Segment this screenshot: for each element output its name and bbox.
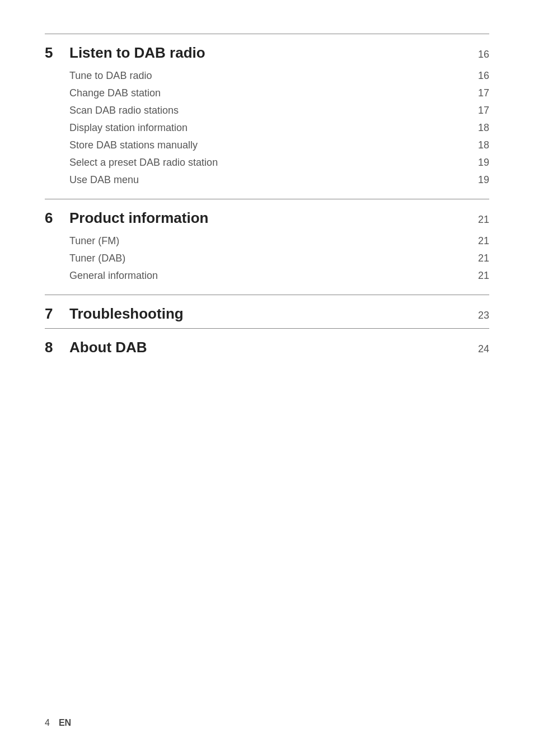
section-title-8: About DAB xyxy=(69,339,472,356)
list-item: Tuner (FM) 21 xyxy=(69,232,489,250)
footer-language: EN xyxy=(59,718,71,728)
toc-section-8: 8 About DAB 24 xyxy=(45,328,489,356)
section-divider-7 xyxy=(45,295,489,295)
section-header-7: 7 Troubleshooting 23 xyxy=(45,305,489,323)
page: 5 Listen to DAB radio 16 Tune to DAB rad… xyxy=(0,0,534,756)
entry-label: Store DAB stations manually xyxy=(69,139,198,151)
section-page-7: 23 xyxy=(472,310,489,321)
toc-entries-6: Tuner (FM) 21 Tuner (DAB) 21 General inf… xyxy=(69,232,489,284)
section-divider-6 xyxy=(45,199,489,199)
section-header-inner-6: 6 Product information xyxy=(45,209,472,227)
toc-entries-5: Tune to DAB radio 16 Change DAB station … xyxy=(69,67,489,189)
entry-page: 21 xyxy=(472,253,489,264)
entry-label: Display station information xyxy=(69,122,188,134)
list-item: Display station information 18 xyxy=(69,119,489,137)
footer: 4 EN xyxy=(45,718,71,728)
section-number-8: 8 xyxy=(45,339,62,356)
toc-section-7: 7 Troubleshooting 23 xyxy=(45,295,489,323)
section-title-6: Product information xyxy=(69,209,472,227)
entry-page: 19 xyxy=(472,157,489,169)
entry-label: Tune to DAB radio xyxy=(69,70,152,82)
list-item: Use DAB menu 19 xyxy=(69,171,489,189)
section-number-5: 5 xyxy=(45,44,62,62)
section-header-inner-7: 7 Troubleshooting xyxy=(45,305,472,323)
entry-page: 21 xyxy=(472,270,489,282)
entry-label: Select a preset DAB radio station xyxy=(69,157,218,169)
entry-page: 17 xyxy=(472,105,489,116)
toc-section-5: 5 Listen to DAB radio 16 Tune to DAB rad… xyxy=(45,34,489,189)
list-item: Tuner (DAB) 21 xyxy=(69,250,489,267)
entry-label: Change DAB station xyxy=(69,87,161,99)
entry-label: Scan DAB radio stations xyxy=(69,105,179,116)
entry-label: Tuner (FM) xyxy=(69,235,119,247)
section-header-5: 5 Listen to DAB radio 16 xyxy=(45,44,489,62)
entry-page: 18 xyxy=(472,139,489,151)
entry-page: 17 xyxy=(472,87,489,99)
list-item: Tune to DAB radio 16 xyxy=(69,67,489,85)
entry-label: General information xyxy=(69,270,158,282)
entry-page: 16 xyxy=(472,70,489,82)
section-title-5: Listen to DAB radio xyxy=(69,44,472,62)
section-number-7: 7 xyxy=(45,305,62,323)
section-number-6: 6 xyxy=(45,209,62,227)
section-page-6: 21 xyxy=(472,214,489,226)
list-item: Select a preset DAB radio station 19 xyxy=(69,154,489,171)
list-item: General information 21 xyxy=(69,267,489,284)
section-title-7: Troubleshooting xyxy=(69,305,472,323)
entry-label: Use DAB menu xyxy=(69,174,139,186)
list-item: Scan DAB radio stations 17 xyxy=(69,102,489,119)
section-divider-8 xyxy=(45,328,489,329)
entry-page: 19 xyxy=(472,174,489,186)
list-item: Change DAB station 17 xyxy=(69,85,489,102)
entry-page: 21 xyxy=(472,235,489,247)
footer-page-number: 4 xyxy=(45,718,50,728)
section-page-5: 16 xyxy=(472,49,489,60)
section-divider-5 xyxy=(45,34,489,34)
section-header-8: 8 About DAB 24 xyxy=(45,339,489,356)
entry-page: 18 xyxy=(472,122,489,134)
toc-section-6: 6 Product information 21 Tuner (FM) 21 T… xyxy=(45,199,489,284)
section-page-8: 24 xyxy=(472,343,489,355)
entry-label: Tuner (DAB) xyxy=(69,253,125,264)
section-header-6: 6 Product information 21 xyxy=(45,209,489,227)
list-item: Store DAB stations manually 18 xyxy=(69,137,489,154)
section-header-inner-5: 5 Listen to DAB radio xyxy=(45,44,472,62)
section-header-inner-8: 8 About DAB xyxy=(45,339,472,356)
